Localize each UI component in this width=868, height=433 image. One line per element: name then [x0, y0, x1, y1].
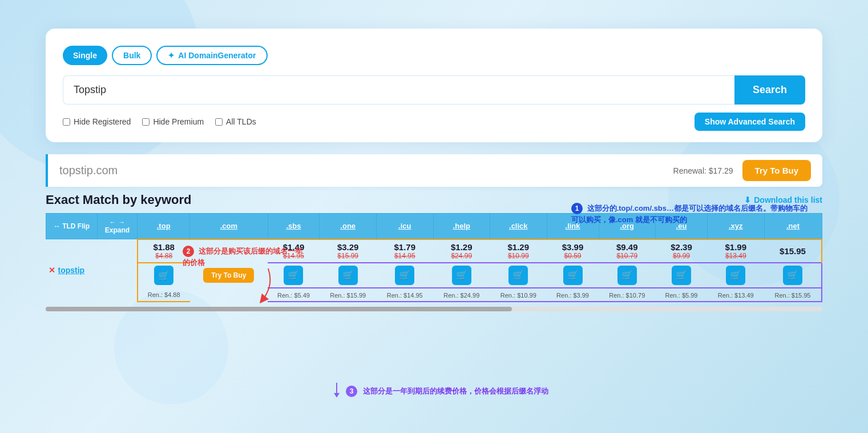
ren-link-text: Ren.: $3.99 [549, 292, 596, 299]
price-icu-strike: $14.95 [378, 252, 431, 260]
domain-renewal-row: Ren.: $4.88 Ren.: $5.49 Ren.: $15.99 Ren… [46, 288, 822, 302]
cart-org: 🛒 [599, 263, 656, 288]
price-link-strike: $0.59 [549, 252, 596, 260]
cart-one: 🛒 [320, 263, 377, 288]
ren-icu: Ren.: $14.95 [376, 288, 433, 302]
tld-table-container: ↔ TLD Flip ← → Expand .top .com .sbs .on… [46, 213, 822, 311]
filter-hide-premium[interactable]: Hide Premium [142, 117, 204, 126]
cart-link: 🛒 [547, 263, 599, 288]
price-click-main: $1.29 [492, 242, 545, 252]
hide-premium-checkbox[interactable] [142, 118, 150, 126]
cart-org-icon: 🛒 [621, 270, 633, 280]
cart-eu-button[interactable]: 🛒 [672, 266, 691, 285]
cart-link-button[interactable]: 🛒 [563, 266, 583, 285]
price-click: $1.29 $10.99 [490, 239, 547, 263]
cart-help-icon: 🛒 [456, 270, 467, 280]
tab-bulk[interactable]: Bulk [112, 46, 152, 65]
cart-xyz-icon: 🛒 [730, 270, 741, 280]
cart-click-icon: 🛒 [512, 270, 524, 280]
tld-help-header[interactable]: .help [433, 214, 490, 239]
price-one: $3.29 $15.99 [320, 239, 377, 263]
cart-sbs-button[interactable]: 🛒 [284, 266, 303, 285]
ren-net: Ren.: $15.95 [764, 288, 822, 302]
table-scrollbar[interactable] [46, 307, 822, 311]
tld-one-header[interactable]: .one [320, 214, 377, 239]
filter-hide-registered[interactable]: Hide Registered [63, 117, 131, 126]
cart-net-icon: 🛒 [787, 270, 798, 280]
cart-top: 🛒 [138, 263, 190, 288]
cart-link-icon: 🛒 [567, 270, 579, 280]
price-help-strike: $24.99 [435, 252, 488, 260]
anno3-text: 这部分是一年到期后的续费价格，价格会根据后缀名浮动 [363, 386, 548, 397]
price-eu-strike: $9.99 [658, 252, 705, 260]
domain-topstip-link[interactable]: topstip [58, 266, 85, 275]
cart-click-button[interactable]: 🛒 [508, 266, 528, 285]
page-wrapper: Single Bulk ✦ AI DomainGenerator Search … [0, 0, 868, 433]
empty-expand-cell-3 [98, 288, 138, 302]
tld-sbs-header[interactable]: .sbs [268, 214, 320, 239]
price-click-strike: $10.99 [492, 252, 545, 260]
domain-price-row: ✕ topstip $1.88 $4.88 [46, 239, 822, 263]
svg-marker-1 [334, 393, 340, 398]
ren-xyz-text: Ren.: $13.49 [709, 292, 762, 299]
featured-domain-row: topstip.com Renewal: $17.29 Try To Buy [46, 154, 822, 187]
cart-one-button[interactable]: 🛒 [338, 266, 358, 285]
main-card: Single Bulk ✦ AI DomainGenerator Search … [46, 29, 822, 142]
ren-one-text: Ren.: $15.99 [322, 292, 374, 299]
price-net: $15.95 [764, 239, 822, 263]
cart-help: 🛒 [433, 263, 490, 288]
tab-ai[interactable]: ✦ AI DomainGenerator [156, 46, 267, 65]
try-buy-com-button[interactable]: Try To Buy [203, 268, 254, 283]
cart-click: 🛒 [490, 263, 547, 288]
tld-com-header[interactable]: .com [190, 214, 268, 239]
tld-link-header[interactable]: .link [547, 214, 599, 239]
cart-icu: 🛒 [376, 263, 433, 288]
search-row: Search [63, 75, 805, 105]
anno3-arrow-svg [331, 383, 342, 400]
ren-org-text: Ren.: $10.79 [601, 292, 653, 299]
cart-eu-icon: 🛒 [676, 270, 687, 280]
price-one-strike: $15.99 [322, 252, 374, 260]
cart-top-icon: 🛒 [158, 270, 169, 281]
filter-row: Hide Registered Hide Premium All TLDs Sh… [63, 113, 805, 131]
cart-top-button[interactable]: 🛒 [154, 266, 173, 285]
advanced-search-button[interactable]: Show Advanced Search [695, 113, 805, 131]
ren-sbs-text: Ren.: $5.49 [270, 292, 317, 299]
tab-single[interactable]: Single [63, 46, 107, 65]
price-help: $1.29 $24.99 [433, 239, 490, 263]
cart-xyz-button[interactable]: 🛒 [726, 266, 745, 285]
ren-one: Ren.: $15.99 [320, 288, 377, 302]
results-section: topstip.com Renewal: $17.29 Try To Buy E… [46, 154, 822, 311]
empty-expand-cell-2 [98, 263, 138, 288]
tld-eu-header[interactable]: .eu [656, 214, 708, 239]
tld-xyz-header[interactable]: .xyz [707, 214, 764, 239]
price-xyz-main: $1.99 [709, 242, 762, 252]
cart-icu-button[interactable]: 🛒 [395, 266, 414, 285]
tld-net-header[interactable]: .net [764, 214, 822, 239]
tld-click-header[interactable]: .click [490, 214, 547, 239]
hide-registered-checkbox[interactable] [63, 118, 70, 126]
expand-col-header[interactable]: ← → Expand [98, 214, 138, 239]
price-net-main: $15.95 [766, 246, 819, 256]
cart-help-button[interactable]: 🛒 [452, 266, 471, 285]
try-buy-com-cell: Try To Buy [190, 263, 268, 288]
annotation-3: 3 这部分是一年到期后的续费价格，价格会根据后缀名浮动 [331, 383, 548, 400]
cart-org-button[interactable]: 🛒 [617, 266, 637, 285]
download-list-link[interactable]: ⬇ Download this list [744, 195, 822, 205]
price-sbs-strike: $14.95 [270, 252, 317, 260]
tld-org-header[interactable]: .org [599, 214, 656, 239]
cart-net-button[interactable]: 🛒 [783, 266, 802, 285]
cart-icu-icon: 🛒 [399, 270, 410, 280]
filter-all-tlds[interactable]: All TLDs [215, 117, 256, 126]
ren-sbs: Ren.: $5.49 [268, 288, 320, 302]
domain-name-cell: ✕ topstip [46, 239, 98, 302]
flip-col-header[interactable]: ↔ TLD Flip [46, 214, 98, 239]
all-tlds-checkbox[interactable] [215, 118, 223, 126]
tld-icu-header[interactable]: .icu [376, 214, 433, 239]
search-input[interactable] [63, 75, 734, 105]
price-eu-main: $2.39 [658, 242, 705, 252]
tld-top-header[interactable]: .top [138, 214, 190, 239]
featured-try-buy-button[interactable]: Try To Buy [742, 160, 811, 181]
search-button[interactable]: Search [734, 75, 805, 105]
cart-sbs-icon: 🛒 [288, 270, 299, 280]
